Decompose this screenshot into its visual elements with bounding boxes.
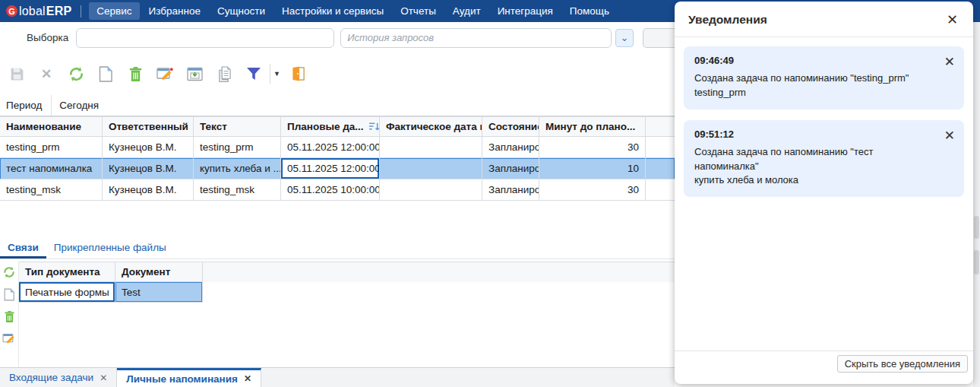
cell-actual-date[interactable] [380, 137, 482, 158]
toolbar-divider [270, 64, 270, 84]
column-header[interactable]: Документ [115, 262, 203, 282]
filter-button[interactable] [245, 65, 263, 83]
cell-actual-date[interactable] [380, 179, 482, 201]
close-panel-button[interactable]: ✕ [947, 13, 958, 27]
table-row-selected[interactable]: Печатные формы Test [19, 282, 675, 303]
trash-icon [128, 66, 143, 82]
cell-minutes[interactable]: 30 [539, 137, 646, 158]
cell-planned-date-focused[interactable]: 05.11.2025 12:00:00 [281, 158, 380, 179]
cell-text[interactable]: testing_msk [194, 179, 281, 201]
cell-owner[interactable]: Кузнецов В.М. [103, 179, 194, 201]
tab-personal-reminders[interactable]: Личные напоминания ✕ [117, 368, 261, 387]
cell-text[interactable]: testing_prm [194, 137, 281, 158]
hide-all-notifications-button[interactable]: Скрыть все уведомления [837, 355, 968, 373]
links-section: Тип документа Документ Печатные формы Te… [0, 262, 675, 367]
cell-name[interactable]: testing_prm [0, 137, 103, 158]
column-header[interactable]: Текст [194, 116, 281, 137]
close-tab-icon[interactable]: ✕ [100, 373, 107, 383]
save-button[interactable] [8, 65, 26, 83]
query-history-input[interactable] [340, 28, 612, 48]
column-header[interactable]: Минут до плано... [539, 116, 646, 137]
tab-label: Личные напоминания [126, 373, 238, 385]
scrollbar-thumb[interactable] [974, 250, 979, 274]
new-document-button[interactable] [96, 65, 115, 83]
cell-owner[interactable]: Кузнецов В.М. [103, 137, 194, 158]
links-refresh-button[interactable] [2, 265, 17, 280]
notifications-footer: Скрыть все уведомления [675, 351, 973, 384]
cell-text[interactable]: купить хлеба и ... [194, 158, 281, 179]
links-new-button[interactable] [2, 287, 17, 302]
period-value[interactable]: Сегодня [51, 95, 675, 116]
history-dropdown-button[interactable]: ⌄ [615, 29, 634, 47]
close-tab-icon[interactable]: ✕ [244, 373, 251, 384]
selection-input[interactable] [76, 28, 334, 48]
table-row[interactable]: testing_prm Кузнецов В.М. testing_prm 05… [0, 137, 675, 158]
nav-item-service[interactable]: Сервис [89, 2, 139, 20]
cell-name[interactable]: тест напоминалка [0, 158, 103, 179]
column-header[interactable]: Плановые да... [281, 116, 380, 137]
application-window: G lobal ERP Сервис Избранное Сущности На… [0, 0, 980, 387]
column-header[interactable]: Ответственный [103, 116, 194, 137]
delete-button[interactable] [126, 65, 144, 83]
scrollbar-thumb[interactable] [974, 216, 979, 239]
cancel-button[interactable]: ✕ [37, 65, 55, 83]
cell-actual-date[interactable] [380, 158, 482, 179]
cell-planned-date[interactable]: 05.11.2025 10:00:00 [281, 179, 380, 201]
cell-minutes[interactable]: 10 [539, 158, 646, 179]
tab-links[interactable]: Связи [0, 239, 46, 259]
cell-document[interactable]: Test [115, 282, 203, 303]
table-row-selected[interactable]: тест напоминалка Кузнецов В.М. купить хл… [0, 158, 675, 179]
cell-empty [646, 137, 675, 158]
nav-item-entities[interactable]: Сущности [210, 2, 273, 20]
cell-name[interactable]: testing_msk [0, 179, 103, 201]
nav-item-integration[interactable]: Интеграция [490, 2, 561, 20]
cell-state[interactable]: Запланиро... [482, 137, 539, 158]
links-toolbar [0, 262, 19, 367]
sort-descending-icon [368, 122, 380, 132]
notification-card: 09:51:12 Создана задача по напоминанию "… [684, 120, 964, 198]
notification-line: Создана задача по напоминанию "testing_p… [694, 71, 934, 86]
dismiss-notification-button[interactable]: ✕ [944, 56, 955, 68]
cell-doc-type-focused[interactable]: Печатные формы [19, 282, 115, 303]
logo-text-light: lobal [19, 5, 46, 18]
nav-item-favorites[interactable]: Избранное [141, 2, 208, 20]
exit-button[interactable] [289, 65, 308, 83]
links-edit-button[interactable] [2, 331, 17, 346]
import-button[interactable] [185, 65, 204, 83]
nav-divider [81, 5, 81, 17]
edit-button[interactable] [156, 65, 174, 83]
cell-planned-date[interactable]: 05.11.2025 12:00:00 [281, 137, 380, 158]
column-header[interactable]: Фактическое дата и... [380, 116, 482, 137]
links-delete-button[interactable] [2, 309, 17, 324]
notifications-list: 09:46:49 Создана задача по напоминанию "… [675, 37, 973, 197]
nav-item-settings-services[interactable]: Настройки и сервисы [274, 2, 391, 20]
logo-g-icon: G [6, 5, 17, 17]
refresh-icon [2, 265, 16, 279]
table-row[interactable]: testing_msk Кузнецов В.М. testing_msk 05… [0, 179, 675, 201]
notifications-panel: Уведомления ✕ 09:46:49 Создана задача по… [675, 2, 973, 384]
save-icon [9, 66, 25, 82]
nav-item-audit[interactable]: Аудит [445, 2, 488, 20]
column-header[interactable]: Состояние [482, 116, 539, 137]
notification-time: 09:51:12 [694, 128, 934, 140]
nav-item-reports[interactable]: Отчеты [393, 2, 444, 20]
cell-owner[interactable]: Кузнецов В.М. [103, 158, 194, 179]
column-header[interactable]: Тип документа [19, 262, 115, 282]
panel-spacer [675, 197, 973, 351]
cell-minutes[interactable]: 30 [539, 179, 646, 201]
cell-state[interactable]: Запланиро... [482, 158, 539, 179]
window-scrollbar[interactable] [973, 22, 980, 387]
cell-state[interactable]: Запланиро... [482, 179, 539, 201]
column-header[interactable]: Наименование [0, 116, 103, 137]
dismiss-notification-button[interactable]: ✕ [944, 129, 955, 142]
app-logo: G lobal ERP [6, 5, 71, 18]
links-tab-bar: Связи Прикрепленные файлы [0, 238, 675, 259]
tab-attached-files[interactable]: Прикрепленные файлы [46, 239, 174, 259]
refresh-button[interactable] [67, 65, 85, 83]
period-label: Период [0, 100, 51, 111]
nav-item-help[interactable]: Помощь [562, 2, 617, 20]
filter-dropdown-button[interactable]: ▼ [273, 70, 280, 78]
copy-icon [217, 66, 232, 82]
copy-button[interactable] [215, 65, 233, 83]
tab-incoming-tasks[interactable]: Входящие задачи ✕ [0, 368, 117, 387]
